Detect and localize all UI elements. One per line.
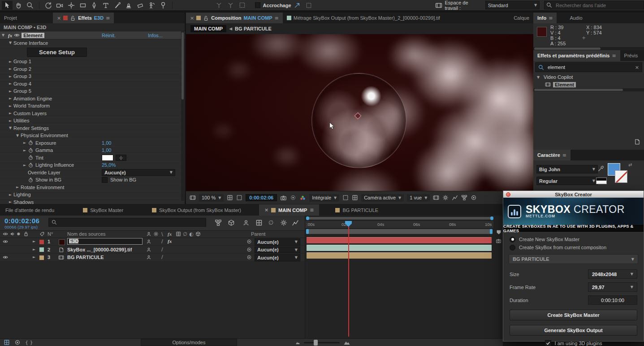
collapse-arrow-icon[interactable]: ▼ (2, 33, 6, 37)
tab-projet[interactable]: Projet (0, 13, 39, 23)
tab-info[interactable]: Info ≡ (533, 13, 557, 23)
eyedropper-icon[interactable] (597, 165, 604, 172)
zoom-slider-handle[interactable] (314, 340, 318, 346)
stopwatch-icon[interactable] (28, 162, 34, 168)
layer-expander-icon[interactable]: ► (33, 247, 35, 251)
magnification-dropdown[interactable]: 100 % ▼ (199, 194, 224, 202)
workspace-dropdown[interactable]: Standard ▼ (485, 1, 540, 9)
radio-new-master-row[interactable]: Create New SkyBox Master (503, 235, 644, 243)
resolution-dropdown[interactable]: Intégrale ▼ (309, 194, 339, 202)
help-search[interactable] (544, 1, 644, 9)
panel-menu-icon[interactable]: ≡ (549, 15, 553, 21)
layer-duration-bar[interactable] (307, 245, 492, 251)
camera-dropdown[interactable]: Caméra active ▼ (361, 194, 404, 202)
skybox-comp-dropdown[interactable]: BG PARTICULE ▼ (509, 254, 638, 264)
close-icon[interactable]: × (190, 15, 194, 21)
layer-name-edit[interactable]: E3D (67, 238, 143, 245)
view-axis-mode-button[interactable] (237, 1, 247, 10)
layer-name[interactable]: BG PARTICULE (67, 255, 104, 260)
panel-menu-icon[interactable]: ≡ (612, 53, 616, 59)
timeline-zoom-slider[interactable] (304, 342, 340, 343)
close-icon[interactable]: × (264, 207, 268, 213)
roto-brush-tool-button[interactable] (147, 1, 157, 10)
tab-character[interactable]: Caractère ≡ (533, 150, 571, 160)
breadcrumb-prev[interactable]: BG PARTICULE (235, 26, 272, 31)
current-timecode[interactable]: 0:00:02:06 (4, 217, 39, 225)
effects-switch[interactable]: fx (168, 238, 172, 244)
timeline-h-scrollbar[interactable] (306, 216, 493, 220)
group-row[interactable]: ►Group 4 (0, 80, 185, 88)
pen-tool-button[interactable] (89, 1, 100, 10)
work-area-end-handle[interactable] (490, 229, 493, 234)
transparency-grid-icon[interactable] (352, 195, 358, 201)
font-family-dropdown[interactable]: Big John ▼ (536, 165, 598, 173)
snap-bounds-icon[interactable] (303, 1, 314, 10)
lock-icon[interactable] (203, 15, 209, 21)
tab-effects-presets[interactable]: Effets et paramètres prédéfinis ≡ (533, 50, 620, 61)
share-view-icon[interactable] (433, 195, 439, 201)
motion-blur-icon[interactable]: ∅ (268, 219, 273, 226)
lighting-influence-row[interactable]: ► Lighting Influence 25,0% (0, 162, 185, 169)
effect-name[interactable]: Element (22, 33, 44, 38)
presets-panel-scrollbar[interactable] (533, 88, 644, 91)
options-modes-button[interactable]: Options/modes (141, 339, 238, 346)
window-close-button[interactable] (506, 192, 510, 197)
tab-effets[interactable]: × Effets E3D ≡ (53, 13, 114, 23)
quality-switch[interactable]: / (161, 247, 163, 252)
brainstorm-icon[interactable] (280, 219, 287, 226)
stopwatch-icon[interactable] (28, 177, 34, 183)
shy-switch[interactable] (146, 255, 151, 260)
group-row[interactable]: ►Group 1 (0, 58, 185, 66)
layer-color-chip[interactable] (39, 255, 44, 260)
radio-from-comp[interactable] (510, 245, 515, 251)
font-style-dropdown[interactable]: Regular ▼ (536, 177, 598, 185)
exposure-row[interactable]: ► Exposure 1,00 (0, 139, 185, 147)
preset-group-row[interactable]: ▼Video Copilot (533, 74, 644, 81)
rotate-tool-button[interactable] (43, 1, 54, 10)
breadcrumb-current[interactable]: MAIN COMP (190, 25, 226, 32)
scrollbar-cap[interactable] (490, 216, 493, 220)
help-search-input[interactable] (554, 1, 642, 9)
draft-3d-icon[interactable] (228, 219, 235, 226)
layer-color-chip[interactable] (39, 247, 44, 252)
create-skybox-master-button[interactable]: Create SkyBox Master (510, 310, 637, 320)
lighting-row[interactable]: ►Lighting (0, 191, 185, 199)
layer-expander-icon[interactable]: ► (33, 239, 35, 243)
show-snapshot-icon[interactable] (290, 195, 296, 201)
swap-colors-icon[interactable]: ⇄ (628, 162, 632, 167)
show-in-bg-checkbox[interactable] (102, 177, 108, 183)
zoom-tool-button[interactable] (25, 1, 35, 10)
layer-name[interactable]: SkyBox ..._[00000-00299].tif (67, 247, 132, 252)
tint-row[interactable]: ► Tint -|- (0, 154, 185, 162)
scene-setup-button[interactable]: Scene Setup (27, 48, 87, 57)
tab-footage[interactable]: Métrage SkyBox Output (from SkyBox Maste… (283, 13, 444, 23)
plugins-checkbox-row[interactable]: I am using 3D plugins (503, 340, 644, 346)
brush-tool-button[interactable] (112, 1, 123, 10)
parent-dropdown[interactable]: Aucun(e) ▼ (255, 254, 300, 261)
snapshot-icon[interactable] (280, 195, 287, 201)
effect-header-row[interactable]: ▼ fx Element Réinit. Infos... (0, 31, 185, 39)
tab-skybox-output[interactable]: SkyBox Output (from SkyBox Master) (147, 204, 246, 216)
override-layer-dropdown[interactable]: Aucun(e) ▼ (102, 169, 175, 176)
comp-button-icon[interactable] (496, 238, 501, 244)
gamma-row[interactable]: ► Gamma 1,00 (0, 147, 185, 155)
exposure-adjust-icon[interactable] (442, 195, 449, 201)
frame-blend-icon[interactable] (255, 219, 263, 226)
stroke-color-swatch[interactable] (615, 170, 627, 183)
effect-about-link[interactable]: Infos... (148, 33, 163, 38)
parent-dropdown[interactable]: Aucun(e) ▼ (255, 247, 300, 254)
work-area-start-handle[interactable] (306, 229, 309, 234)
region-of-interest-icon[interactable] (342, 195, 349, 201)
scrollbar-cap[interactable] (306, 216, 309, 220)
render-settings-row[interactable]: ▼Render Settings (0, 125, 185, 132)
show-channels-icon[interactable] (299, 195, 306, 201)
quality-switch[interactable]: / (161, 238, 163, 244)
pan-behind-tool-button[interactable] (66, 1, 77, 10)
rotate-environment-row[interactable]: ►Rotate Environment (0, 184, 185, 191)
tab-composition[interactable]: × Composition MAIN COMP ≡ (186, 13, 283, 23)
tab-render-queue[interactable]: File d'attente de rendu (0, 204, 60, 216)
zoom-in-mountain-icon[interactable] (343, 339, 350, 346)
tab-skybox-master[interactable]: SkyBox Master (78, 204, 129, 216)
panel-menu-icon[interactable]: ≡ (106, 15, 110, 21)
tint-eyedropper-icon[interactable]: -|- (116, 155, 126, 161)
